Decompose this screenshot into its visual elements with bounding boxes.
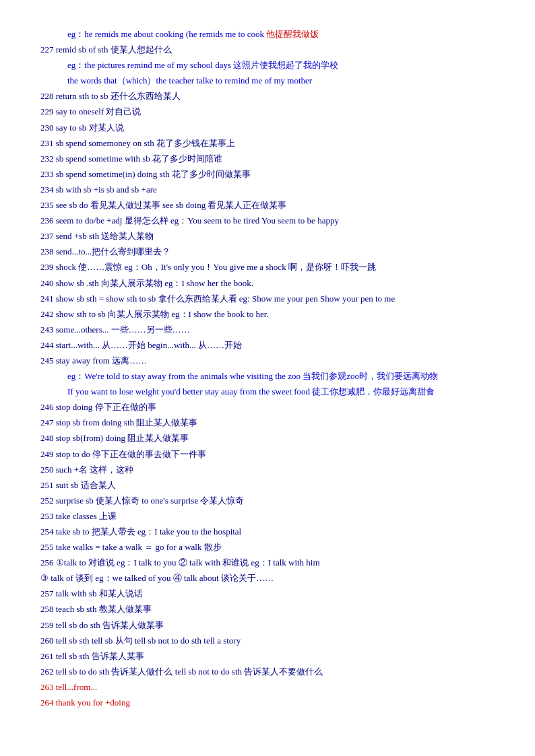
eg-cooking-en: eg：he remids me about cooking (he remids…: [67, 29, 264, 39]
line-254: 254 take sb to 把某人带去 eg：I take you to th…: [40, 524, 495, 539]
line-245: 245 stay away from 远离……: [40, 353, 495, 368]
line-eg-cooking: eg：he remids me about cooking (he remids…: [40, 27, 495, 42]
line-259: 259 tell sb do sth 告诉某人做某事: [40, 618, 495, 633]
line-244: 244 start...with... 从……开始 begin...with..…: [40, 338, 495, 353]
line-234: 234 sb with sb +is sb and sb +are: [40, 182, 495, 197]
line-252: 252 surprise sb 使某人惊奇 to one's surprise …: [40, 493, 495, 508]
line-242: 242 show sth to sb 向某人展示某物 eg：I show the…: [40, 307, 495, 322]
line-240: 240 show sb .sth 向某人展示某物 eg：I show her t…: [40, 276, 495, 291]
line-249: 249 stop to do 停下正在做的事去做下一件事: [40, 447, 495, 462]
line-250: 250 such +名 这样，这种: [40, 462, 495, 477]
main-content: eg：he remids me about cooking (he remids…: [40, 27, 495, 710]
line-230: 230 say to sb 对某人说: [40, 121, 495, 135]
line-243: 243 some...others... 一些……另一些……: [40, 322, 495, 337]
line-251: 251 suit sb 适合某人: [40, 478, 495, 493]
line-246: 246 stop doing 停下正在做的事: [40, 400, 495, 415]
line-256b: ③ talk of 谈到 eg：we talked of you ④ talk …: [40, 571, 495, 586]
line-255: 255 take walks = take a walk ＝ go for a …: [40, 540, 495, 555]
line-233: 233 sb spend sometime(in) doing sth 花了多少…: [40, 167, 495, 182]
line-eg-sweet: If you want to lose weight you'd better …: [40, 384, 495, 399]
line-248: 248 stop sb(from) doing 阻止某人做某事: [40, 431, 495, 446]
line-238: 238 send...to...把什么寄到哪里去？: [40, 244, 495, 259]
line-235: 235 see sb do 看见某人做过某事 see sb doing 看见某人…: [40, 198, 495, 213]
line-256: 256 ①talk to 对谁说 eg：I talk to you ② talk…: [40, 555, 495, 570]
eg-cooking-cn: 他提醒我做饭: [266, 29, 319, 39]
line-239: 239 shock 使……震惊 eg：Oh，It's only you！You …: [40, 260, 495, 275]
line-eg-zoo: eg：We're told to stay away from the anim…: [40, 369, 495, 384]
line-247: 247 stop sb from doing sth 阻止某人做某事: [40, 415, 495, 430]
line-227: 227 remid sb of sth 使某人想起什么: [40, 42, 495, 57]
line-eg-pictures: eg：the pictures remind me of my school d…: [40, 58, 495, 73]
line-264: 264 thank you for +doing: [40, 695, 495, 710]
line-237: 237 send +sb sth 送给某人某物: [40, 229, 495, 244]
line-262: 262 tell sb to do sth 告诉某人做什么 tell sb no…: [40, 664, 495, 679]
line-229: 229 say to oneself 对自己说: [40, 104, 495, 119]
line-263: 263 tell...from...: [40, 680, 495, 695]
line-eg-words: the words that（which）the teacher talke t…: [40, 73, 495, 88]
line-253: 253 take classes 上课: [40, 509, 495, 524]
line-231: 231 sb spend somemoney on sth 花了多少钱在某事上: [40, 136, 495, 151]
line-232: 232 sb spend sometime with sb 花了多少时间陪谁: [40, 151, 495, 166]
line-257: 257 talk with sb 和某人说话: [40, 586, 495, 601]
line-260: 260 tell sb sth tell sb 从句 tell sb not t…: [40, 633, 495, 648]
line-228: 228 return sth to sb 还什么东西给某人: [40, 89, 495, 104]
line-236: 236 seem to do/be +adj 显得怎么样 eg：You seem…: [40, 213, 495, 228]
line-258: 258 teach sb sth 教某人做某事: [40, 602, 495, 617]
line-241: 241 show sb sth = show sth to sb 拿什么东西给某…: [40, 291, 495, 306]
line-261: 261 tell sb sth 告诉某人某事: [40, 649, 495, 664]
